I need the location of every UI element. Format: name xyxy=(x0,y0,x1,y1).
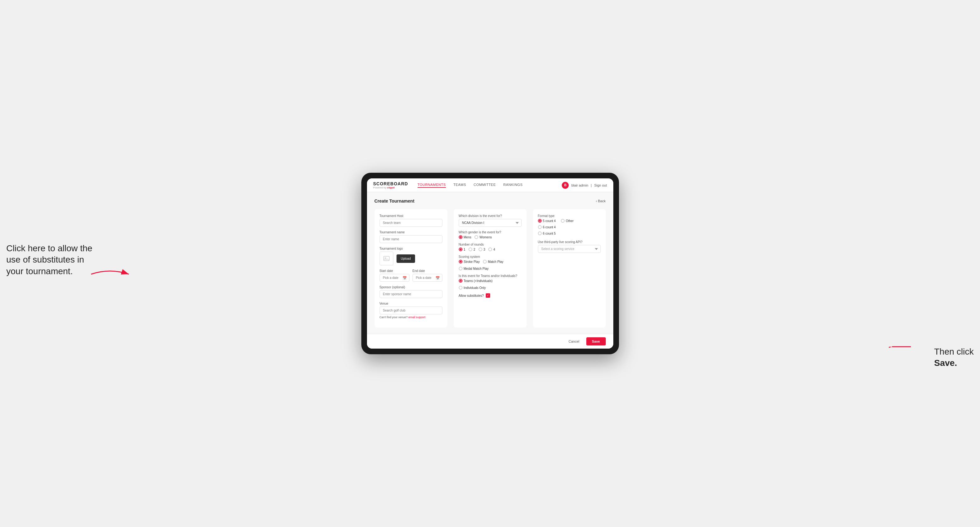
sponsor-input[interactable] xyxy=(380,290,442,298)
venue-input[interactable] xyxy=(380,306,442,314)
format-row-2: 6 count 4 xyxy=(538,225,601,229)
logo-upload-area: Upload xyxy=(380,252,442,265)
rounds-radio-group: 1 2 3 4 xyxy=(459,248,522,251)
scoring-match-radio[interactable] xyxy=(483,260,487,264)
format-row-3: 6 count 5 xyxy=(538,232,601,235)
gender-mens-radio[interactable] xyxy=(459,235,463,239)
division-label: Which division is the event for? xyxy=(459,214,522,217)
format-6count4[interactable]: 6 count 4 xyxy=(538,225,556,229)
gender-womens-radio[interactable] xyxy=(474,235,478,239)
tablet-screen: SCOREBOARD Powered by clippd TOURNAMENTS… xyxy=(367,178,613,349)
logo-scoreboard: SCOREBOARD xyxy=(373,181,408,186)
substitutes-group: Allow substitutes? ✓ xyxy=(459,293,522,298)
tournament-name-input[interactable] xyxy=(380,235,442,243)
tournament-host-input[interactable] xyxy=(380,219,442,227)
annotation-right: Then click Save. xyxy=(934,346,974,369)
api-label: Use third-party live scoring API? xyxy=(538,240,601,244)
scoring-service-select[interactable]: Select a scoring service xyxy=(538,245,601,253)
scoring-stroke-radio[interactable] xyxy=(459,260,463,264)
format-5count4[interactable]: 5 count 4 xyxy=(538,219,556,223)
arrow-right-icon xyxy=(889,340,914,353)
venue-label: Venue xyxy=(380,302,442,305)
email-support-link[interactable]: email support xyxy=(409,316,425,319)
end-date-group: End date 📅 xyxy=(412,269,442,282)
rounds-1[interactable]: 1 xyxy=(459,248,466,251)
nav-separator: | xyxy=(591,183,592,187)
form-grid: Tournament Host Tournament name Tourname… xyxy=(374,209,606,328)
sponsor-group: Sponsor (optional) xyxy=(380,286,442,298)
format-options: 5 count 4 Other 6 count 4 xyxy=(538,219,601,235)
end-date-wrapper: 📅 xyxy=(412,274,442,282)
substitutes-label: Allow substitutes? xyxy=(459,294,484,297)
scoring-group: Scoring system Stroke Play Match Play xyxy=(459,255,522,270)
sign-out-link[interactable]: Sign out xyxy=(594,183,607,187)
substitutes-checkbox[interactable]: ✓ xyxy=(486,293,490,298)
event-type-radio-group: Teams (+Individuals) Individuals Only xyxy=(459,279,522,290)
rounds-group: Number of rounds 1 2 xyxy=(459,243,522,251)
event-individuals-radio[interactable] xyxy=(459,286,463,290)
navbar: SCOREBOARD Powered by clippd TOURNAMENTS… xyxy=(367,178,613,192)
page-content: Create Tournament Back Tournament Host T… xyxy=(367,192,613,334)
logo-area: SCOREBOARD Powered by clippd xyxy=(373,181,408,189)
nav-right: B blair admin | Sign out xyxy=(562,182,607,189)
venue-help: Can't find your venue? email support xyxy=(380,316,442,319)
tournament-name-group: Tournament name xyxy=(380,230,442,243)
scoring-radio-group: Stroke Play Match Play Medal Match Play xyxy=(459,260,522,270)
scoring-medal[interactable]: Medal Match Play xyxy=(459,267,488,270)
event-type-label: Is this event for Teams and/or Individua… xyxy=(459,274,522,278)
format-label: Format type xyxy=(538,214,601,217)
gender-label: Which gender is the event for? xyxy=(459,230,522,234)
upload-button[interactable]: Upload xyxy=(396,254,415,263)
tournament-logo-group: Tournament logo Upload xyxy=(380,247,442,265)
start-date-label: Start date xyxy=(380,269,409,273)
event-teams[interactable]: Teams (+Individuals) xyxy=(459,279,493,283)
nav-teams[interactable]: TEAMS xyxy=(453,183,466,188)
arrow-left-icon xyxy=(88,265,132,284)
event-teams-radio[interactable] xyxy=(459,279,463,283)
page-header: Create Tournament Back xyxy=(374,198,606,203)
format-other-radio[interactable] xyxy=(561,219,565,223)
format-5count4-radio[interactable] xyxy=(538,219,542,223)
tournament-name-label: Tournament name xyxy=(380,230,442,234)
rounds-4-radio[interactable] xyxy=(488,248,492,251)
page-title: Create Tournament xyxy=(374,198,414,203)
logo-powered: Powered by clippd xyxy=(373,186,408,189)
scoring-match[interactable]: Match Play xyxy=(483,260,503,264)
format-6count5-radio[interactable] xyxy=(538,232,542,235)
rounds-label: Number of rounds xyxy=(459,243,522,246)
sponsor-label: Sponsor (optional) xyxy=(380,286,442,289)
back-link[interactable]: Back xyxy=(596,199,606,203)
event-type-group: Is this event for Teams and/or Individua… xyxy=(459,274,522,290)
rounds-1-radio[interactable] xyxy=(459,248,463,251)
middle-column: Which division is the event for? NCAA Di… xyxy=(454,209,527,328)
format-6count4-radio[interactable] xyxy=(538,225,542,229)
api-group: Use third-party live scoring API? Select… xyxy=(538,240,601,253)
save-button[interactable]: Save xyxy=(586,337,606,346)
event-individuals[interactable]: Individuals Only xyxy=(459,286,486,290)
division-select[interactable]: NCAA Division I xyxy=(459,219,522,227)
gender-mens[interactable]: Mens xyxy=(459,235,471,239)
format-other[interactable]: Other xyxy=(561,219,574,223)
right-column: Format type 5 count 4 Other xyxy=(533,209,606,328)
tournament-host-group: Tournament Host xyxy=(380,214,442,227)
rounds-3-radio[interactable] xyxy=(479,248,482,251)
page-footer: Cancel Save xyxy=(367,334,613,349)
rounds-2-radio[interactable] xyxy=(468,248,472,251)
nav-tournaments[interactable]: TOURNAMENTS xyxy=(418,183,446,188)
scoring-label: Scoring system xyxy=(459,255,522,259)
scoring-stroke[interactable]: Stroke Play xyxy=(459,260,480,264)
tournament-logo-label: Tournament logo xyxy=(380,247,442,250)
cancel-button[interactable]: Cancel xyxy=(565,337,583,346)
gender-womens[interactable]: Womens xyxy=(474,235,492,239)
gender-group: Which gender is the event for? Mens Wome… xyxy=(459,230,522,239)
nav-committee[interactable]: COMMITTEE xyxy=(474,183,496,188)
rounds-4[interactable]: 4 xyxy=(488,248,495,251)
tournament-host-label: Tournament Host xyxy=(380,214,442,217)
start-date-wrapper: 📅 xyxy=(380,274,409,282)
format-6count5[interactable]: 6 count 5 xyxy=(538,232,556,235)
division-group: Which division is the event for? NCAA Di… xyxy=(459,214,522,227)
rounds-2[interactable]: 2 xyxy=(468,248,476,251)
scoring-medal-radio[interactable] xyxy=(459,267,463,270)
rounds-3[interactable]: 3 xyxy=(479,248,485,251)
nav-rankings[interactable]: RANKINGS xyxy=(503,183,522,188)
